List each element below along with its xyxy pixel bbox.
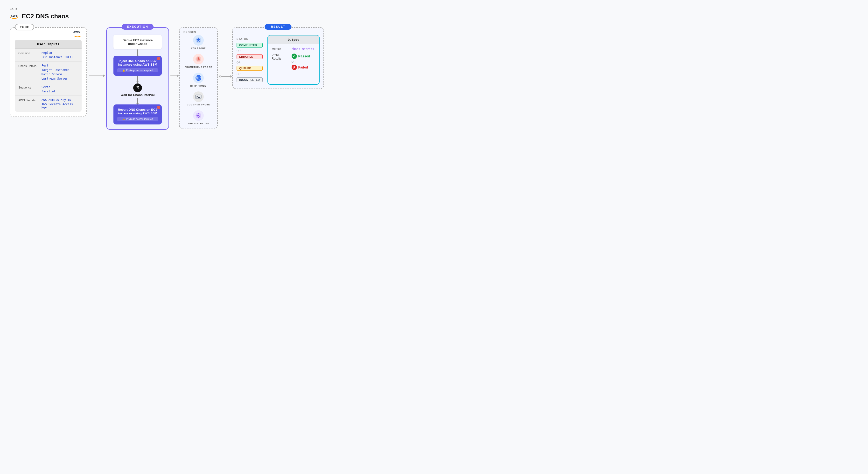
passed-label: Passed — [298, 54, 310, 58]
page-title: aws EC2 DNS chaos — [10, 12, 858, 20]
dot-connector — [219, 75, 221, 77]
metrics-label: Metrics — [272, 47, 289, 50]
output-header: Output — [268, 35, 319, 44]
input-target-hostnames[interactable]: Target Hostnames — [41, 68, 69, 72]
result-box: RESULT STATUS COMPLETED OR ERRORED OR QU… — [232, 27, 324, 89]
output-box: Output Metrics chaos metrics ProbeResult… — [268, 35, 319, 85]
red-corner-revert — [157, 106, 160, 109]
probes-label: PROBES — [183, 31, 196, 34]
input-category-secrets: AWS Secrets — [18, 98, 38, 102]
input-region[interactable]: Region — [41, 51, 73, 55]
input-match-scheme[interactable]: Match Scheme — [41, 73, 69, 76]
probe-results-col: ✓ Passed OR ✗ Failed — [291, 54, 310, 70]
probe-command: COMMAND PROBE — [187, 92, 210, 106]
probe-srm: SRM SLO PROBE — [188, 110, 209, 125]
input-serial[interactable]: Serial — [41, 86, 56, 89]
or-text-1: OR — [237, 49, 262, 52]
aws-smile-tune-icon — [73, 35, 82, 37]
inputs-header: User Inputs — [15, 40, 82, 49]
page-header: Fault aws EC2 DNS chaos — [10, 7, 858, 20]
input-port[interactable]: Port — [41, 64, 69, 67]
input-row-sequence: Sequence Serial Parallel — [15, 83, 82, 96]
badge-queued: QUEUED — [237, 66, 262, 71]
down-arrow-2 — [137, 76, 138, 82]
or-text-probe: OR — [291, 60, 310, 63]
input-row-common: Common Region EC2 Instance ID(s) — [15, 49, 82, 62]
execution-to-probes-arrow — [169, 75, 179, 76]
output-body: Metrics chaos metrics ProbeResults ✓ Pas… — [268, 44, 319, 73]
exec-step-revert: Revert DNS Chaos on EC2 instances using … — [114, 104, 162, 125]
check-icon: ✓ — [291, 54, 297, 59]
inputs-table: User Inputs Common Region EC2 Instance I… — [15, 40, 82, 112]
lock-icon: 🔒 — [122, 69, 125, 72]
execution-label: EXECUTION — [122, 24, 154, 30]
svg-rect-12 — [195, 95, 201, 99]
or-text-2: OR — [237, 61, 262, 64]
exec-step-derive: Derive EC2 instance under Chaos — [114, 35, 162, 49]
badge-incompleted: INCOMPLETED — [237, 77, 262, 82]
or-text-3: OR — [237, 73, 262, 75]
command-probe-icon — [193, 92, 204, 102]
srm-probe-icon — [193, 110, 204, 121]
tune-label: TUNE — [15, 24, 34, 30]
probe-passed: ✓ Passed — [291, 54, 310, 59]
metrics-value: chaos metrics — [291, 47, 314, 50]
input-access-key-id[interactable]: AWS Access Key ID — [41, 98, 78, 102]
priv-text-revert: Privilege access required — [126, 118, 153, 121]
tune-to-execution-arrow — [87, 75, 106, 76]
input-secret-access-key[interactable]: AWS Secrete Access Key — [41, 103, 78, 109]
input-values-chaos: Port Target Hostnames Match Scheme Upstr… — [41, 64, 69, 80]
probes-to-result-arrow — [218, 75, 232, 77]
priv-badge-inject: 🔒 Privilege access required — [117, 68, 158, 72]
input-ec2-id[interactable]: EC2 Instance ID(s) — [41, 56, 73, 59]
execution-box: EXECUTION Derive EC2 instance under Chao… — [106, 27, 169, 130]
output-row-metrics: Metrics chaos metrics — [272, 47, 315, 50]
prometheus-svg-icon — [195, 56, 202, 63]
aws-text: aws — [10, 13, 18, 17]
clock-icon: ⏱ — [133, 83, 142, 92]
input-values-secrets: AWS Access Key ID AWS Secrete Access Key — [41, 98, 78, 109]
tune-box: TUNE aws User Inputs Common Region EC2 I… — [10, 27, 87, 117]
input-category-chaos: Chaos Details — [18, 64, 38, 68]
arrow-right-line — [170, 75, 178, 76]
priv-badge-revert: 🔒 Privilege access required — [117, 117, 158, 121]
arrow-to-result-line — [221, 76, 231, 77]
badge-completed: COMPLETED — [237, 43, 262, 47]
k8s-probe-icon — [193, 35, 204, 45]
command-probe-label: COMMAND PROBE — [187, 103, 210, 106]
probes-box: PROBES K8S PROBE PROMETHEUS PROBE — [179, 27, 218, 129]
srm-probe-label: SRM SLO PROBE — [188, 122, 209, 125]
svg-point-5 — [198, 59, 199, 60]
input-row-chaos: Chaos Details Port Target Hostnames Matc… — [15, 62, 82, 83]
red-corner-inject — [157, 57, 160, 60]
execution-flow: Derive EC2 instance under Chaos Inject D… — [111, 33, 164, 125]
http-probe-icon — [193, 73, 204, 83]
input-category-sequence: Sequence — [18, 86, 38, 89]
fault-label: Fault — [10, 7, 858, 11]
priv-text-inject: Privilege access required — [126, 69, 153, 72]
title-text: EC2 DNS chaos — [22, 12, 69, 20]
x-icon: ✗ — [291, 65, 297, 70]
http-svg-icon — [195, 74, 202, 81]
diagram-container: TUNE aws User Inputs Common Region EC2 I… — [10, 27, 858, 130]
input-parallel[interactable]: Parallel — [41, 90, 56, 93]
input-values-sequence: Serial Parallel — [41, 86, 56, 93]
prometheus-probe-icon — [193, 54, 204, 64]
result-status-section: STATUS COMPLETED OR ERRORED OR QUEUED OR… — [237, 35, 262, 85]
input-values-common: Region EC2 Instance ID(s) — [41, 51, 73, 59]
wait-label: Wait for Chaos Interval — [120, 93, 154, 97]
aws-smile-icon — [10, 17, 19, 19]
lock-icon-2: 🔒 — [122, 118, 125, 121]
probe-http: HTTP PROBE — [190, 73, 207, 87]
probe-failed: ✗ Failed — [291, 65, 310, 70]
input-upstream-server[interactable]: Upstream Server — [41, 77, 69, 80]
probe-results-label: ProbeResults — [272, 54, 289, 60]
output-row-probe-results: ProbeResults ✓ Passed OR ✗ Failed — [272, 54, 315, 70]
down-arrow-3 — [137, 98, 138, 104]
prometheus-probe-label: PROMETHEUS PROBE — [185, 66, 212, 68]
failed-label: Failed — [298, 65, 308, 69]
probe-prometheus: PROMETHEUS PROBE — [185, 54, 212, 68]
probe-k8s: K8S PROBE — [191, 35, 206, 49]
result-label: RESULT — [265, 24, 291, 30]
k8s-svg-icon — [195, 37, 202, 44]
